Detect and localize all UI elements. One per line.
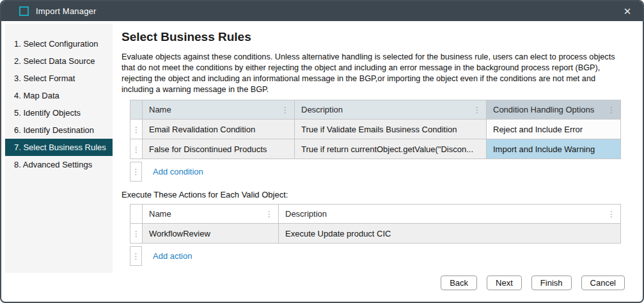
wizard-steps-sidebar: 1. Select Configuration 2. Select Data S… [5,24,113,273]
drag-handle-icon[interactable]: ⋮ [130,246,142,266]
conditions-table: Name⋮ Description⋮ Condition Handling Op… [130,100,621,159]
sidebar-item-select-format[interactable]: 3. Select Format [5,70,113,87]
main-content: Select Business Rules Evaluate objects a… [113,24,639,298]
condition-description-cell: True if return currentObject.getValue("D… [295,139,487,159]
sidebar-item-select-configuration[interactable]: 1. Select Configuration [5,35,113,52]
sidebar-item-advanced-settings[interactable]: 8. Advanced Settings [5,156,113,173]
actions-section-label: Execute These Actions for Each Valid Obj… [122,190,636,199]
condition-handling-cell-selected[interactable]: Import and Include Warning [487,139,621,159]
add-condition-row: ⋮ Add condition [130,162,636,182]
add-action-row: ⋮ Add action [130,246,636,266]
action-description-cell: Execute Update product CIC [279,224,621,244]
drag-handle-icon[interactable]: ⋮ [130,224,143,244]
import-manager-window: Import Manager ✕ 1. Select Configuration… [0,0,644,303]
drag-handle-icon[interactable]: ⋮ [130,139,143,159]
app-icon [19,6,29,16]
sidebar-item-select-data-source[interactable]: 2. Select Data Source [5,52,113,70]
drag-handle-icon[interactable]: ⋮ [130,162,142,182]
table-row[interactable]: ⋮ WorkflowReview Execute Update product … [130,224,621,244]
conditions-header-name[interactable]: Name⋮ [143,100,295,120]
page-title: Select Business Rules [122,30,636,44]
page-description: Evaluate objects against these condition… [122,52,627,95]
table-row[interactable]: ⋮ False for Discontinued Products True i… [130,139,621,159]
cancel-button[interactable]: Cancel [581,276,625,290]
sidebar-item-map-data[interactable]: 4. Map Data [5,87,113,104]
action-name-cell: WorkflowReview [143,224,279,244]
conditions-header-description[interactable]: Description⋮ [295,100,487,120]
column-menu-icon[interactable]: ⋮ [471,107,481,113]
column-menu-icon[interactable]: ⋮ [605,107,615,113]
condition-description-cell: True if Validate Emails Business Conditi… [295,120,487,139]
next-button[interactable]: Next [487,276,522,290]
condition-name-cell: Email Revalidation Condition [143,120,295,139]
sidebar-item-select-business-rules[interactable]: 7. Select Business Rules [5,139,113,156]
conditions-header-lead [130,100,143,120]
condition-handling-cell[interactable]: Reject and Include Error [487,120,621,139]
actions-header-lead [130,205,143,224]
sidebar-item-identify-objects[interactable]: 5. Identify Objects [5,104,113,121]
sidebar-item-identify-destination[interactable]: 6. Identify Destination [5,121,113,139]
window-title: Import Manager [36,6,97,16]
actions-table: Name⋮ Description⋮ ⋮ WorkflowReview Exec… [130,204,621,244]
table-row[interactable]: ⋮ Email Revalidation Condition True if V… [130,120,621,139]
close-icon[interactable]: ✕ [618,3,636,20]
column-menu-icon[interactable]: ⋮ [263,211,273,217]
footer-buttons: Back Next Finish Cancel [441,276,625,290]
add-action-link[interactable]: Add action [153,251,192,261]
window-titlebar: Import Manager ✕ [1,1,643,21]
actions-header-row: Name⋮ Description⋮ [130,205,621,224]
column-menu-icon[interactable]: ⋮ [279,107,289,113]
condition-name-cell: False for Discontinued Products [143,139,295,159]
actions-header-description[interactable]: Description⋮ [279,205,621,224]
window-body: 1. Select Configuration 2. Select Data S… [1,21,643,302]
conditions-header-row: Name⋮ Description⋮ Condition Handling Op… [130,100,621,120]
column-menu-icon[interactable]: ⋮ [605,211,615,217]
conditions-header-handling[interactable]: Condition Handling Options⋮ [487,100,621,120]
drag-handle-icon[interactable]: ⋮ [130,120,143,139]
finish-button[interactable]: Finish [531,276,572,290]
add-condition-link[interactable]: Add condition [153,167,203,176]
actions-header-name[interactable]: Name⋮ [143,205,279,224]
back-button[interactable]: Back [441,276,477,290]
